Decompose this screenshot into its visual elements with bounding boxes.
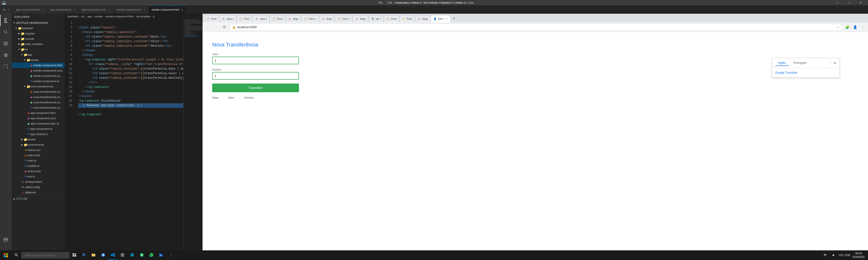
browser-tab-form1[interactable]: 📋 Form	[204, 15, 219, 23]
menu-file[interactable]: File	[377, 1, 383, 5]
sidebar-item-test-ts[interactable]: ▶ TS test.ts	[11, 174, 65, 179]
sidebar-item-app[interactable]: ▼ 📁 app	[11, 52, 65, 57]
taskbar-search[interactable]	[11, 250, 21, 260]
start-button[interactable]	[0, 250, 11, 260]
sidebar-item-nova-transferencia[interactable]: ▼ 📁 nova-transferencia	[11, 84, 65, 89]
sidebar-item-nt-html[interactable]: ▶ ◈ nova-transferencia.component.html	[11, 89, 65, 95]
translate-tab-portugues[interactable]: Português	[790, 60, 810, 66]
sidebar-item-gitignore[interactable]: ▶ ⎇ .gitignore	[11, 190, 65, 195]
browser-tab-java[interactable]: ☕ Java ×	[219, 15, 237, 23]
taskbar-word[interactable]: W	[156, 250, 166, 260]
browser-tab-form-x[interactable]: 📋 Form ×	[301, 15, 319, 23]
tab-close-icon[interactable]: ✕	[446, 18, 448, 20]
sidebar-item-favicon[interactable]: ▶ ★ favicon.ico	[11, 147, 65, 153]
forward-button[interactable]: →	[213, 24, 219, 31]
sidebar-item-main-ts[interactable]: ▶ TS main.ts	[11, 158, 65, 163]
activity-extensions[interactable]	[0, 61, 11, 72]
address-bar[interactable]: 🔒 localhost:4200/ ☆	[229, 24, 842, 31]
sidebar-item-assets[interactable]: ▶ 📁 assets	[11, 137, 65, 142]
activity-explorer[interactable]	[0, 15, 11, 26]
sidebar-item-nt-spec[interactable]: ▶ ◈ nova-transferencia.component.spec.ts	[11, 100, 65, 105]
sidebar-item-browserslistrc[interactable]: ▶ ◻ .browserslistrc	[11, 179, 65, 184]
tab-close-icon[interactable]: ✕	[181, 8, 184, 11]
bookmark-icon[interactable]: ☆	[837, 26, 839, 29]
tab-close-icon[interactable]: ✕	[143, 8, 146, 11]
sidebar-item-styles-scss[interactable]: ▶ ◈ styles.scss	[11, 169, 65, 174]
tab-app-component-scss[interactable]: app.component.scss ✕	[79, 5, 114, 14]
sidebar-item-bytebank[interactable]: ▼ 📁 bytebank	[11, 26, 65, 31]
breadcrumb-src[interactable]: src	[81, 15, 85, 18]
taskbar-vscode[interactable]	[108, 250, 118, 260]
profile-button[interactable]: 👤	[851, 24, 858, 31]
sidebar-item-editorconfig[interactable]: ▶ ⚙ .editorconfig	[11, 184, 65, 190]
sidebar-item-nt-ts[interactable]: ▶ TS nova-transferencia.component.ts	[11, 105, 65, 110]
taskbar-chrome[interactable]	[98, 250, 108, 260]
activity-git[interactable]	[0, 38, 11, 49]
google-translate-link[interactable]: Google Translate	[775, 71, 797, 74]
sidebar-item-app-scss[interactable]: ▶ ◈ app.component.scss	[11, 116, 65, 121]
taskbar-task-view[interactable]	[69, 250, 79, 260]
taskbar-search-input[interactable]	[21, 252, 69, 259]
taskbar-edge[interactable]	[79, 250, 89, 260]
sidebar-item-app-spec[interactable]: ▶ ◈ app.component.spec.ts	[11, 121, 65, 126]
taskbar-store[interactable]	[127, 250, 137, 260]
tab-app-component-html[interactable]: app.component.html ✕	[13, 5, 48, 14]
tab-close-icon[interactable]: ✕	[41, 8, 44, 11]
sidebar-item-src[interactable]: ▼ 📁 src	[11, 47, 65, 52]
sidebar-item-extrato-ts[interactable]: ▶ TS extrato.component.ts	[11, 78, 65, 84]
sidebar-item-environments[interactable]: ▶ 📁 environments	[11, 142, 65, 147]
sidebar-item-polyfills[interactable]: ▶ TS polyfills.ts	[11, 163, 65, 169]
reload-button[interactable]: ⟳	[221, 24, 227, 31]
breadcrumb-extrato[interactable]: extrato	[95, 15, 103, 18]
transferir-button[interactable]: Transferir	[212, 83, 299, 92]
destino-input[interactable]	[212, 72, 299, 80]
browser-tab-angu[interactable]: A Angu	[285, 15, 301, 23]
outline-section[interactable]: ▶ OUTLINE	[11, 195, 65, 202]
sidebar-item-index-html[interactable]: ▶ ◈ index.html	[11, 153, 65, 158]
breadcrumb-ng-template[interactable]: ng-template	[136, 15, 150, 18]
sidebar-item-extrato-scss[interactable]: ▶ ◈ extrato.component.scss	[11, 68, 65, 73]
tab-its[interactable]: its ✕	[0, 5, 13, 14]
minimize-button[interactable]: —	[832, 0, 843, 5]
activity-accounts[interactable]	[0, 234, 11, 246]
browser-tab-form2[interactable]: 📋 Form	[237, 15, 252, 23]
breadcrumb-app[interactable]: app	[88, 15, 92, 18]
back-button[interactable]: ←	[205, 24, 211, 31]
code-editor[interactable]: 12345 678910 1112131415 16171819 <table …	[65, 19, 203, 255]
tab-close-icon[interactable]: ✕	[107, 8, 111, 11]
browser-tab-angu2[interactable]: A Angu	[319, 15, 335, 23]
breadcrumb-bytebank[interactable]: bytebank	[67, 15, 79, 18]
browser-tab-func[interactable]: ⚡ Func	[399, 15, 415, 23]
taskbar-java-ide[interactable]	[166, 250, 176, 260]
tab-close-icon[interactable]: ✕	[7, 8, 10, 11]
browser-tab-angu3[interactable]: A Angu	[352, 15, 368, 23]
translate-options-icon[interactable]: ⋮	[829, 62, 832, 65]
extensions-button[interactable]: 🧩	[844, 24, 850, 31]
sidebar-item-extrato-html[interactable]: ▶ ◈ extrato.component.html	[11, 63, 65, 68]
tab-extrato-component-ts[interactable]: extrato.component.ts ✕	[114, 5, 149, 14]
browser-tab-sql[interactable]: 🗄 sql ×	[368, 15, 383, 23]
activity-debug[interactable]	[0, 49, 11, 61]
browser-tab-angu4[interactable]: A Angu	[415, 15, 431, 23]
sidebar-item-nt-scss[interactable]: ▶ ◈ nova-transferencia.component.scss	[11, 95, 65, 100]
new-tab-button[interactable]: +	[451, 15, 457, 22]
browser-tab-form3[interactable]: 📋 Form	[270, 15, 285, 23]
browser-tab-form4[interactable]: 📋 Form	[383, 15, 399, 23]
browser-menu-button[interactable]: ⋮	[859, 24, 866, 31]
translate-close-button[interactable]: ✕	[834, 61, 836, 65]
menu-edit[interactable]: Edit	[386, 1, 393, 5]
sidebar-item-workspace[interactable]: ▼ UNTITLED (WORKSPACE)	[11, 20, 65, 26]
breadcrumb-p[interactable]: p	[153, 15, 154, 18]
sidebar-item-extrato[interactable]: ▼ 📁 extrato	[11, 57, 65, 63]
taskbar-file-explorer[interactable]	[89, 250, 98, 260]
taskbar-terminal[interactable]	[118, 250, 127, 260]
maximize-button[interactable]: □	[843, 0, 855, 5]
sidebar-item-app-html[interactable]: ▶ ◈ app.component.html	[11, 110, 65, 116]
translate-tab-ingles[interactable]: Inglês	[775, 60, 789, 66]
sidebar-item-angular[interactable]: ▶ 📁 .angular	[11, 31, 65, 36]
sidebar-item-app-ts[interactable]: ▶ TS app.component.ts	[11, 126, 65, 132]
activity-search[interactable]	[0, 26, 11, 38]
tab-app-component-ts[interactable]: app.component.ts ✕	[48, 5, 79, 14]
network-icon[interactable]	[821, 250, 829, 260]
browser-tab-java2[interactable]: ☕ Java ×	[252, 15, 270, 23]
